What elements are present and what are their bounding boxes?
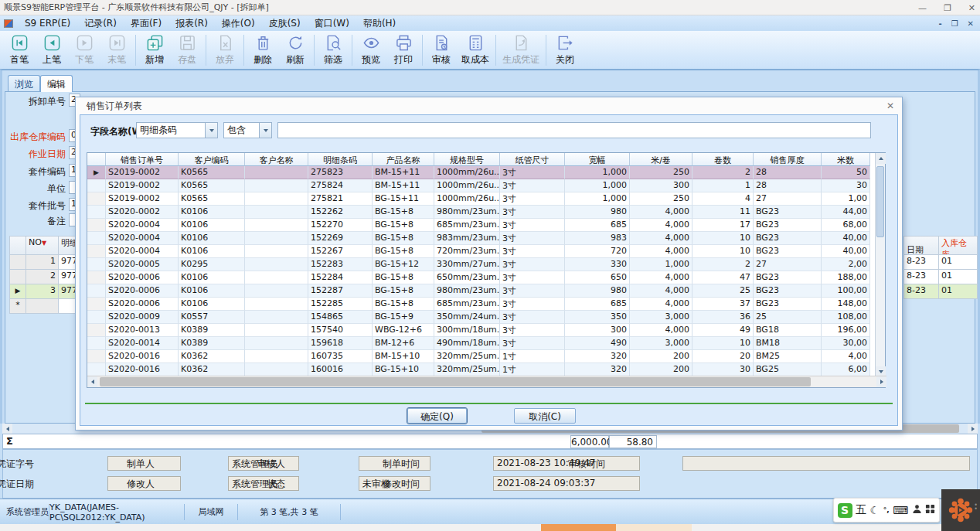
cell-6[interactable]: 3寸 [500, 206, 565, 219]
grid-header-10[interactable]: 销售厚度 [754, 153, 822, 166]
cell-4[interactable]: BG-15+8 [373, 298, 434, 311]
cell-11[interactable]: 30,00 [822, 337, 870, 350]
cell-1[interactable]: K0106 [179, 298, 245, 311]
cell-7[interactable]: 983 [565, 232, 630, 245]
grid-header-8[interactable]: 米/卷 [630, 153, 692, 166]
cell-7[interactable]: 685 [565, 298, 630, 311]
grid-header-7[interactable]: 宽幅 [565, 153, 630, 166]
cell-7[interactable]: 330 [565, 258, 630, 271]
cell-0[interactable]: S2019-0002 [106, 166, 179, 179]
row-selector[interactable] [87, 271, 106, 284]
cell-0[interactable]: S2020-0004 [106, 232, 179, 245]
menu-item-5[interactable]: 窗口(W) [308, 15, 356, 32]
table-row[interactable]: S2020-0002K0106152262BG-15+8980mm/23um..… [87, 206, 870, 219]
detail-header-date[interactable]: 日期 [903, 236, 939, 255]
cell-3[interactable]: 152284 [308, 271, 373, 284]
table-row[interactable]: S2020-0016K0362160735BM-15+10320mm/25um.… [87, 350, 870, 363]
cell-9[interactable]: 25 [692, 284, 754, 298]
cell-9[interactable]: 10 [692, 337, 754, 350]
cell-7[interactable]: 650 [565, 271, 630, 284]
table-row[interactable]: S2020-0005K0295152283BG-15+12330mm/27um.… [87, 258, 870, 271]
row-selector[interactable] [87, 350, 106, 363]
cell-11[interactable]: 4,00 [822, 350, 870, 363]
cell-3[interactable]: 152285 [308, 298, 373, 311]
cell-9[interactable]: 1 [692, 179, 754, 192]
cell-0[interactable]: S2020-0013 [106, 324, 179, 337]
cell-6[interactable]: 3寸 [500, 298, 565, 311]
cell-10[interactable]: BG23 [754, 219, 822, 232]
cell-1[interactable]: K0557 [179, 311, 245, 324]
tab-edit[interactable]: 编辑 [40, 75, 73, 92]
cell-6[interactable]: 3寸 [500, 258, 565, 271]
scrollbar-thumb[interactable] [876, 166, 884, 237]
cell-10[interactable]: BM25 [754, 350, 822, 363]
table-row[interactable]: S2019-0002K0565275824BM-15+111000mm/26u.… [87, 179, 870, 192]
cell-8[interactable]: 250 [630, 192, 692, 206]
cell-6[interactable]: 3寸 [500, 192, 565, 206]
cell-5[interactable]: 980mm/23um... [434, 206, 500, 219]
table-row[interactable]: S2020-0014K0389159618BM-12+6490mm/18um..… [87, 337, 870, 350]
cell-8[interactable]: 3,000 [630, 311, 692, 324]
cell-0[interactable]: S2020-0006 [106, 298, 179, 311]
cell-no[interactable]: 3 [26, 284, 59, 299]
cell-0[interactable]: S2019-0002 [106, 192, 179, 206]
scroll-up-icon[interactable] [876, 153, 886, 164]
cell-11[interactable]: 1,00 [822, 192, 870, 206]
cell-4[interactable]: BG-15+12 [373, 258, 434, 271]
cell-6[interactable]: 3寸 [500, 166, 565, 179]
cell-10[interactable]: 27 [754, 192, 822, 206]
cell-3[interactable]: 275824 [308, 179, 373, 192]
cell-4[interactable]: BM-12+6 [373, 337, 434, 350]
row-selector[interactable] [87, 363, 106, 376]
table-row[interactable]: S2020-0004K0106152269BG-15+8983mm/23um..… [87, 232, 870, 245]
cell-2[interactable] [245, 350, 308, 363]
cell-10[interactable]: BG25 [754, 363, 822, 376]
scroll-right-icon[interactable] [876, 376, 886, 387]
cell-8[interactable]: 200 [630, 363, 692, 376]
cell-9[interactable]: 11 [692, 206, 754, 219]
cell-6[interactable]: 3寸 [500, 311, 565, 324]
keyboard-icon[interactable]: ⌨ [893, 504, 908, 516]
wubi-mode-icon[interactable]: 五 [856, 503, 866, 517]
mdi-minimize-icon[interactable]: - [938, 19, 941, 28]
cell-8[interactable]: 4,000 [630, 245, 692, 258]
menu-item-4[interactable]: 皮肤(S) [262, 15, 308, 32]
table-row[interactable]: S2020-0016K0362160016BG-15+10320mm/25um.… [87, 363, 870, 376]
toolbar-button-delete[interactable]: 删除 [247, 32, 279, 68]
row-selector[interactable] [87, 219, 106, 232]
cell-11[interactable]: 148,00 [822, 298, 870, 311]
cell-1[interactable]: K0106 [179, 271, 245, 284]
cell-4[interactable]: BG-15+8 [373, 206, 434, 219]
detail-header-no[interactable]: NO▼ [26, 236, 59, 255]
scroll-left-icon[interactable] [87, 376, 97, 387]
cell-3[interactable]: 157540 [308, 324, 373, 337]
row-selector[interactable] [87, 324, 106, 337]
cell-6[interactable]: 3寸 [500, 271, 565, 284]
cell-3[interactable]: 275821 [308, 192, 373, 206]
filter-field-select[interactable]: 明细条码 [136, 122, 218, 138]
row-selector[interactable] [87, 284, 106, 298]
cell-9[interactable]: 2 [692, 258, 754, 271]
grid-header-2[interactable]: 客户名称 [245, 153, 308, 166]
table-row[interactable]: S2020-0013K0389157540WBG-12+6300mm/18um.… [87, 324, 870, 337]
cell-11[interactable]: 6,00 [822, 363, 870, 376]
cell-9[interactable]: 4 [692, 192, 754, 206]
cell-7[interactable]: 350 [565, 311, 630, 324]
cell-11[interactable]: 2,00 [822, 258, 870, 271]
cell-date[interactable]: 8-23 [903, 254, 939, 270]
cell-0[interactable]: S2020-0009 [106, 311, 179, 324]
cell-1[interactable]: K0362 [179, 363, 245, 376]
cell-0[interactable]: S2019-0002 [106, 179, 179, 192]
cell-1[interactable]: K0295 [179, 258, 245, 271]
cell-8[interactable]: 4,000 [630, 206, 692, 219]
cell-11[interactable]: 30 [822, 179, 870, 192]
cell-4[interactable]: BG-15+8 [373, 271, 434, 284]
dialog-close-icon[interactable]: ✕ [886, 100, 894, 111]
cell-1[interactable]: K0106 [179, 245, 245, 258]
cell-4[interactable]: WBG-12+6 [373, 324, 434, 337]
maximize-icon[interactable]: ❐ [944, 3, 951, 13]
cell-8[interactable]: 4,000 [630, 284, 692, 298]
grid-header-4[interactable]: 产品名称 [373, 153, 434, 166]
cell-8[interactable]: 4,000 [630, 298, 692, 311]
table-row[interactable]: S2020-0009K0557154865BG-15+9350mm/24um..… [87, 311, 870, 324]
